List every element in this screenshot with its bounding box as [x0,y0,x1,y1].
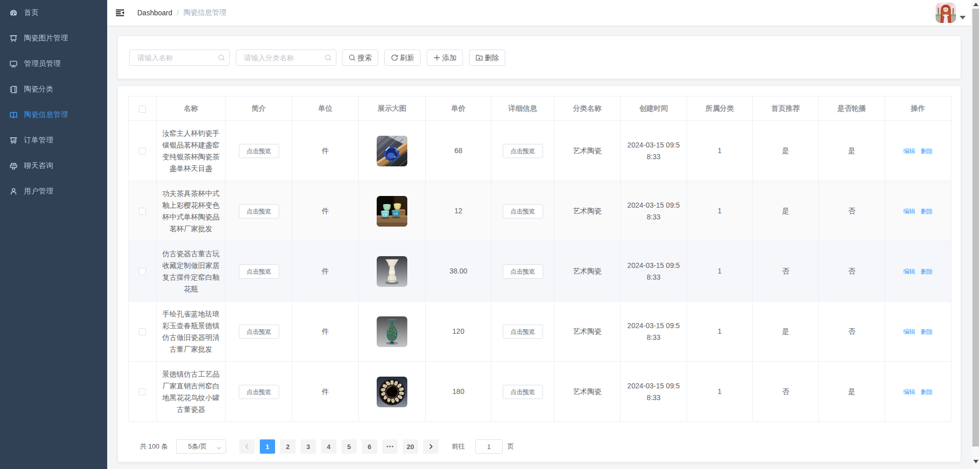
sidebar-item-ceramic-category[interactable]: 陶瓷分类 [0,77,107,102]
sidebar-item-admin[interactable]: 管理员管理 [0,51,107,77]
col-header-name: 名称 [157,96,226,121]
pagination-more-button[interactable] [382,439,398,454]
add-button[interactable]: 添加 [427,50,463,66]
col-header-recommended: 首页推荐 [753,96,819,121]
cell-unit: 件 [292,241,359,302]
details-preview-button[interactable]: 点击预览 [503,204,543,218]
cell-parent-category: 1 [687,302,753,362]
cell-recommended: 否 [753,362,819,422]
pagination-page-2[interactable]: 2 [280,439,296,454]
scroll-up-icon[interactable] [973,3,978,6]
row-checkbox[interactable] [139,328,146,335]
intro-preview-button[interactable]: 点击预览 [239,144,279,158]
scrollbar-thumb[interactable] [972,9,979,447]
cell-image [359,302,426,362]
sidebar-item-label: 陶瓷信息管理 [24,110,68,119]
sidebar-item-ceramic-info[interactable]: 陶瓷信息管理 [0,102,107,128]
row-checkbox[interactable] [139,208,146,215]
cell-created: 2024-03-15 09:58:33 [621,302,687,362]
product-image-white-gu-vase[interactable] [377,256,407,287]
cell-select [129,181,157,241]
col-header-intro: 简介 [226,96,292,121]
chevron-right-icon [428,443,433,450]
cell-image [359,241,426,302]
select-all-checkbox[interactable] [139,106,146,113]
edit-link[interactable]: 编辑 [903,388,916,396]
avatar[interactable] [936,3,956,23]
table-row: 汝窑主人杯钧瓷手镶银品茗杯建盏窑变纯银茶杯陶瓷茶盏单杯天目盏 点击预览 件 [129,121,951,181]
intro-preview-button[interactable]: 点击预览 [239,385,279,399]
cell-intro: 点击预览 [226,362,292,422]
table-header-row: 名称 简介 单位 展示大图 单价 详细信息 分类名称 创建时间 所属分类 首页推… [129,96,951,121]
details-preview-button[interactable]: 点击预览 [503,144,543,158]
product-image-four-tea-cups[interactable] [377,196,407,227]
edit-link[interactable]: 编辑 [903,208,916,215]
caret-down-icon[interactable] [960,16,966,19]
intro-preview-button[interactable]: 点击预览 [239,325,279,339]
cell-category: 艺术陶瓷 [554,181,621,241]
edit-link[interactable]: 编辑 [903,147,916,155]
page-size-select[interactable]: 5条/页 [176,439,226,454]
delete-link[interactable]: 删除 [921,388,933,396]
sidebar-item-orders[interactable]: 订单管理 [0,128,107,153]
cell-image [359,121,426,181]
product-image-blue-lotus-bowl[interactable] [377,136,407,166]
col-header-category: 分类名称 [554,96,621,121]
cell-carousel: 否 [819,181,885,241]
details-preview-button[interactable]: 点击预览 [503,325,543,339]
pagination: 共 100 条 5条/页 1 2 3 4 5 6 20 前往 [128,439,950,454]
details-preview-button[interactable]: 点击预览 [503,385,543,399]
vertical-scrollbar[interactable] [971,0,980,469]
pagination-page-5[interactable]: 5 [341,439,357,454]
sidebar-item-ceramic-pictures[interactable]: 陶瓷图片管理 [0,26,107,51]
cell-unit: 件 [292,121,359,181]
pagination-page-1[interactable]: 1 [260,439,275,454]
name-search-input[interactable] [129,50,230,66]
sidebar-item-label: 用户管理 [24,187,54,196]
row-checkbox[interactable] [139,147,146,155]
monitor-icon [10,60,17,68]
pagination-page-label: 页 [507,442,514,451]
refresh-button[interactable]: 刷新 [384,50,421,66]
edit-link[interactable]: 编辑 [903,268,916,275]
delete-button[interactable]: 删除 [469,50,505,66]
search-icon [325,54,332,61]
category-search-input[interactable] [236,50,336,66]
details-preview-button[interactable]: 点击预览 [503,264,543,279]
delete-link[interactable]: 删除 [921,268,933,275]
delete-link[interactable]: 删除 [921,328,933,335]
pagination-goto-input[interactable] [475,439,503,454]
cell-parent-category: 1 [687,181,753,241]
hamburger-icon[interactable] [116,9,124,16]
search-button[interactable]: 搜索 [342,50,378,66]
cell-name: 手绘孔雀蓝地珐琅彩玉壶春瓶景德镇仿古做旧瓷器明清古董厂家批发 [157,302,226,362]
sidebar-item-label: 管理员管理 [24,59,61,68]
table-row: 仿古瓷器古董古玩收藏定制做旧家居复古摆件定窑白釉花瓶 点击预览 件 [129,241,951,302]
breadcrumb-dashboard[interactable]: Dashboard [137,9,173,17]
pagination-page-3[interactable]: 3 [301,439,316,454]
product-image-teal-cloisonne-vase[interactable] [377,316,407,347]
cell-created: 2024-03-15 09:58:33 [621,362,687,422]
sidebar-item-chat[interactable]: 聊天咨询 [0,153,107,179]
delete-link[interactable]: 删除 [921,147,933,155]
edit-link[interactable]: 编辑 [903,328,916,335]
cell-price: 120 [426,302,492,362]
scroll-down-icon[interactable] [973,460,978,463]
intro-preview-button[interactable]: 点击预览 [239,204,279,218]
delete-link[interactable]: 删除 [921,208,933,215]
pagination-page-6[interactable]: 6 [362,439,377,454]
pagination-page-4[interactable]: 4 [321,439,336,454]
intro-preview-button[interactable]: 点击预览 [239,264,279,279]
row-checkbox[interactable] [139,388,146,396]
sidebar-item-users[interactable]: 用户管理 [0,179,107,204]
col-header-unit: 单位 [292,96,359,121]
product-image-black-floral-jar-top[interactable] [377,377,407,407]
plus-icon [433,54,440,61]
refresh-icon [391,54,398,61]
sidebar-item-home[interactable]: 首页 [0,0,107,26]
pagination-prev-button[interactable] [239,439,255,454]
row-checkbox[interactable] [139,268,146,275]
pagination-next-button[interactable] [423,439,438,454]
pagination-page-20[interactable]: 20 [403,439,418,454]
col-header-select [129,96,157,121]
